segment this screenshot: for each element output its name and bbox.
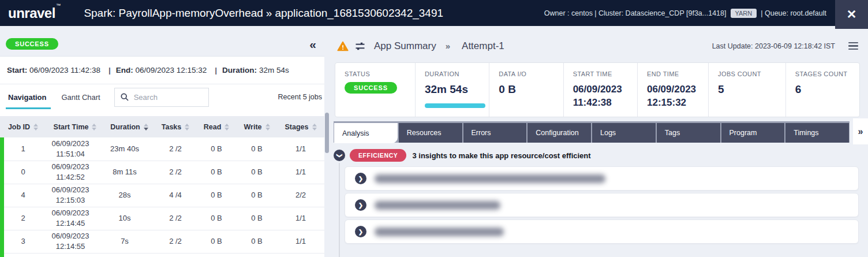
cell-write: 0 B: [237, 184, 277, 207]
recent-jobs-label: Recent 5 jobs: [278, 93, 322, 101]
tab-timings[interactable]: Timings: [785, 123, 849, 143]
cell-job-id: 0: [0, 161, 46, 184]
sort-icon-active-desc: [144, 124, 148, 131]
start-label: Start:: [7, 66, 27, 75]
col-header-tasks[interactable]: Tasks: [155, 116, 196, 137]
status-badge: SUCCESS: [345, 82, 397, 94]
expand-tabs-button[interactable]: »: [853, 118, 868, 144]
insight-row[interactable]: ❯: [345, 166, 859, 191]
start-value: 06/09/2023 11:42:38: [29, 66, 100, 75]
redacted-insight-text: [375, 174, 605, 183]
cell-start-time: 06/09/202312:14:45: [46, 207, 104, 230]
cell-duration: 10s: [104, 207, 155, 230]
efficiency-summary-text: 3 insights to make this app resource/cos…: [412, 151, 590, 160]
left-status-strip: SUCCESS «: [0, 26, 324, 56]
sliders-icon[interactable]: [354, 40, 366, 52]
chevron-right-icon[interactable]: ❯: [355, 226, 366, 237]
col-header-read[interactable]: Read: [196, 116, 237, 137]
stat-data-io: DATA I/O 0 B: [489, 63, 563, 117]
collapse-section-icon[interactable]: ❯: [334, 150, 345, 161]
cell-tasks: 2 /2: [155, 161, 196, 184]
redacted-insight-text: [375, 201, 500, 210]
col-header-stages[interactable]: Stages: [277, 116, 324, 137]
top-header-bar: unravel™ Spark: PayrollApp-memoryOverhea…: [0, 0, 868, 26]
job-row[interactable]: 3 06/09/202312:14:55 7s 2 /2 0 B 0 B 1/1: [0, 230, 324, 253]
stat-jobs-count: JOBS COUNT 5: [708, 63, 785, 117]
cell-stages: 1/1: [277, 230, 324, 253]
tab-logs[interactable]: Logs: [592, 123, 656, 143]
scrollbar-thumb[interactable]: [325, 113, 329, 153]
cell-job-id: 3: [0, 230, 46, 253]
warning-icon: [337, 40, 349, 52]
detail-tabs: Analysis Resources Errors Configuration …: [334, 121, 850, 143]
cell-start-time: 06/09/202311:51:04: [46, 137, 104, 161]
application-id: application_1681530602342_3491: [275, 7, 443, 20]
col-header-write[interactable]: Write: [237, 116, 277, 137]
cell-read: 0 B: [196, 137, 237, 161]
job-row[interactable]: 2 06/09/202312:14:45 10s 2 /2 0 B 0 B 1/…: [0, 207, 324, 230]
cell-start-time: 06/09/202312:15:03: [46, 184, 104, 207]
col-header-job-id[interactable]: Job ID: [0, 116, 46, 137]
last-update-text: Last Update: 2023-06-09 12:18:42 IST: [712, 42, 835, 50]
col-header-start-time[interactable]: Start Time: [46, 116, 104, 137]
double-chevron-right-icon: »: [858, 126, 863, 137]
job-search-box[interactable]: [114, 88, 209, 107]
app-type-title: Spark: PayrollApp-memoryOverhead: [84, 7, 263, 20]
chevron-right-icon[interactable]: ❯: [355, 173, 366, 184]
table-status-stripe: [0, 137, 4, 257]
section-connector-line: [339, 163, 340, 257]
end-label: End:: [116, 66, 133, 75]
tab-tags[interactable]: Tags: [657, 123, 720, 143]
jobs-panel-tabs: Navigation Gantt Chart Recent 5 jobs: [0, 84, 324, 110]
cell-write: 0 B: [237, 161, 277, 184]
tab-gantt-chart[interactable]: Gantt Chart: [60, 85, 101, 109]
menu-icon[interactable]: [847, 40, 860, 52]
job-row[interactable]: 1 06/09/202311:51:04 23m 40s 2 /2 0 B 0 …: [0, 137, 324, 161]
insight-list: ❯ ❯ ❯: [345, 166, 859, 244]
stat-duration: DURATION 32m 54s: [415, 63, 489, 117]
chevron-right-icon[interactable]: ❯: [355, 199, 366, 211]
collapse-panel-icon[interactable]: «: [309, 38, 316, 50]
cell-stages: 1/1: [277, 161, 324, 184]
cell-write: 0 B: [237, 230, 277, 253]
cell-start-time: 06/09/202311:42:52: [46, 161, 104, 184]
app-time-summary: Start: 06/09/2023 11:42:38 | End: 06/09/…: [0, 57, 324, 84]
app-meta: Owner : centos | Cluster: Datascience_CD…: [544, 9, 826, 18]
title-separator-icon: »: [266, 7, 272, 20]
insight-row[interactable]: ❯: [345, 193, 859, 217]
stat-start-time: START TIME 06/09/202311:42:38: [563, 63, 637, 117]
cell-duration: 8m 11s: [104, 161, 155, 184]
col-header-duration[interactable]: Duration: [104, 116, 155, 137]
unravel-logo: unravel™: [8, 5, 59, 21]
tab-analysis[interactable]: Analysis: [334, 123, 398, 143]
unravel-spark-app-window: unravel™ Spark: PayrollApp-memoryOverhea…: [0, 0, 868, 257]
sort-icon: [33, 124, 38, 131]
job-row[interactable]: 4 06/09/202312:15:03 28s 4 /4 0 B 0 B 2/…: [0, 184, 324, 207]
app-summary-panel: App Summary » Attempt-1 Last Update: 202…: [329, 26, 868, 257]
tab-program[interactable]: Program: [721, 123, 785, 143]
search-icon: [120, 92, 129, 102]
cell-stages: 1/1: [277, 207, 324, 230]
search-input[interactable]: [134, 93, 197, 102]
status-badge: SUCCESS: [6, 38, 58, 50]
tab-navigation[interactable]: Navigation: [7, 85, 47, 109]
cell-job-id: 1: [0, 137, 46, 161]
cell-tasks: 2 /2: [155, 230, 196, 253]
yarn-badge: YARN: [731, 9, 757, 18]
job-row[interactable]: 0 06/09/202311:42:52 8m 11s 2 /2 0 B 0 B…: [0, 161, 324, 184]
close-button[interactable]: ✕: [835, 0, 868, 29]
tab-errors[interactable]: Errors: [463, 123, 527, 143]
cell-tasks: 2 /2: [155, 207, 196, 230]
app-summary-header: App Summary » Attempt-1 Last Update: 202…: [329, 26, 868, 58]
sort-icon: [312, 124, 317, 131]
tab-configuration[interactable]: Configuration: [527, 123, 591, 143]
jobs-table: Job ID Start Time Duration Tasks Read Wr…: [0, 116, 324, 254]
stat-end-time: END TIME 06/09/202312:15:32: [637, 63, 708, 117]
sort-icon: [225, 124, 229, 131]
insight-row[interactable]: ❯: [345, 219, 859, 244]
cell-duration: 23m 40s: [104, 137, 155, 161]
app-stats-card: STATUS SUCCESS DURATION 32m 54s DATA I/O…: [335, 62, 860, 117]
end-value: 06/09/2023 12:15:32: [135, 66, 207, 75]
jobs-table-header-row: Job ID Start Time Duration Tasks Read Wr…: [0, 116, 324, 137]
tab-resources[interactable]: Resources: [399, 123, 462, 143]
